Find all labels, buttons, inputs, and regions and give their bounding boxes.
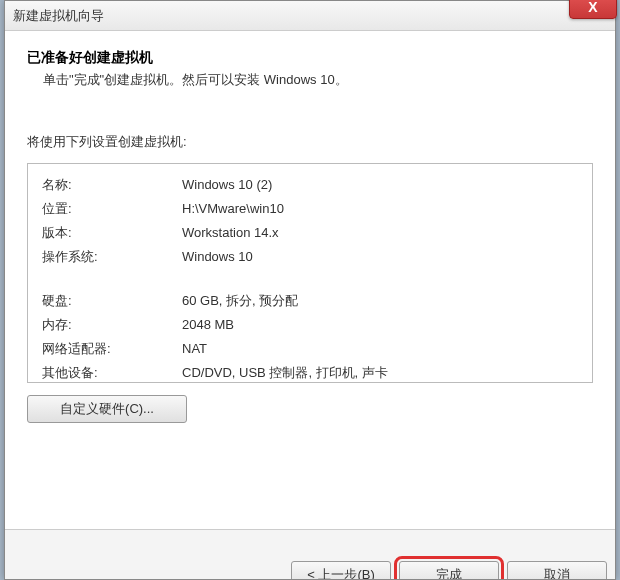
- setting-label-memory: 内存:: [42, 314, 182, 336]
- page-subheading: 单击"完成"创建虚拟机。然后可以安装 Windows 10。: [43, 71, 593, 89]
- setting-value-location: H:\VMware\win10: [182, 198, 578, 220]
- page-heading: 已准备好创建虚拟机: [27, 49, 593, 67]
- setting-value-name: Windows 10 (2): [182, 174, 578, 196]
- setting-value-network: NAT: [182, 338, 578, 360]
- setting-label-network: 网络适配器:: [42, 338, 182, 360]
- finish-button-label: 完成: [436, 566, 462, 579]
- setting-row: 内存: 2048 MB: [42, 314, 578, 336]
- setting-row: 硬盘: 60 GB, 拆分, 预分配: [42, 290, 578, 312]
- back-button[interactable]: < 上一步(B): [291, 561, 391, 579]
- setting-value-version: Workstation 14.x: [182, 222, 578, 244]
- setting-row: 操作系统: Windows 10: [42, 246, 578, 268]
- footer-buttons: < 上一步(B) 完成 取消: [5, 555, 615, 579]
- content-area: 已准备好创建虚拟机 单击"完成"创建虚拟机。然后可以安装 Windows 10。…: [5, 31, 615, 423]
- row-gap: [42, 270, 578, 290]
- setting-label-location: 位置:: [42, 198, 182, 220]
- setting-row: 位置: H:\VMware\win10: [42, 198, 578, 220]
- setting-label-name: 名称:: [42, 174, 182, 196]
- setting-value-memory: 2048 MB: [182, 314, 578, 336]
- setting-value-disk: 60 GB, 拆分, 预分配: [182, 290, 578, 312]
- intro-text: 将使用下列设置创建虚拟机:: [27, 133, 593, 151]
- setting-label-version: 版本:: [42, 222, 182, 244]
- setting-value-os: Windows 10: [182, 246, 578, 268]
- setting-label-other: 其他设备:: [42, 362, 182, 384]
- finish-button[interactable]: 完成: [399, 561, 499, 579]
- setting-row: 网络适配器: NAT: [42, 338, 578, 360]
- setting-row: 名称: Windows 10 (2): [42, 174, 578, 196]
- setting-row: 其他设备: CD/DVD, USB 控制器, 打印机, 声卡: [42, 362, 578, 384]
- wizard-window: 新建虚拟机向导 X 已准备好创建虚拟机 单击"完成"创建虚拟机。然后可以安装 W…: [4, 0, 616, 580]
- cancel-button[interactable]: 取消: [507, 561, 607, 579]
- close-icon: X: [588, 0, 597, 15]
- setting-row: 版本: Workstation 14.x: [42, 222, 578, 244]
- window-title: 新建虚拟机向导: [13, 7, 104, 25]
- back-button-label: < 上一步(B): [307, 566, 375, 579]
- cancel-button-label: 取消: [544, 566, 570, 579]
- settings-summary-box: 名称: Windows 10 (2) 位置: H:\VMware\win10 版…: [27, 163, 593, 383]
- customize-hardware-label: 自定义硬件(C)...: [60, 400, 154, 418]
- titlebar: 新建虚拟机向导 X: [5, 1, 615, 31]
- setting-value-other: CD/DVD, USB 控制器, 打印机, 声卡: [182, 362, 578, 384]
- setting-label-disk: 硬盘:: [42, 290, 182, 312]
- setting-label-os: 操作系统:: [42, 246, 182, 268]
- close-button[interactable]: X: [569, 0, 617, 19]
- customize-hardware-button[interactable]: 自定义硬件(C)...: [27, 395, 187, 423]
